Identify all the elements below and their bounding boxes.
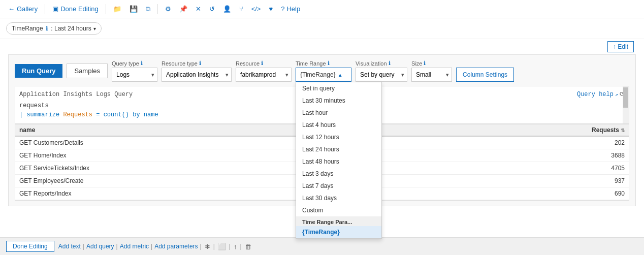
settings-button[interactable]: ⚙ [162,4,174,14]
dropdown-item-4h[interactable]: Last 4 hours [296,119,381,131]
dropdown-item-custom[interactable]: Custom [296,204,381,216]
column-settings-control: placeholder Column Settings [456,60,514,82]
column-settings-button[interactable]: Column Settings [456,68,514,82]
edit-button[interactable]: ↑ Edit [607,41,634,52]
samples-button[interactable]: Samples [67,63,108,78]
close-icon: ✕ [196,5,201,13]
toolbar-separator-2 [106,4,106,14]
cell-name-4: GET Reports/Index [19,190,564,197]
query-vertical-scrollbar[interactable] [623,86,629,123]
col-header-name[interactable]: name [19,126,564,134]
time-range-dropdown-container: {TimeRange} ▲ Set in query Last 30 minut… [296,68,351,82]
resource-type-select-wrap: Application Insights [162,68,232,82]
query-text-requests: requests [19,102,49,109]
add-metric-link[interactable]: Add metric [120,243,149,250]
dropdown-item-48h[interactable]: Last 48 hours [296,155,381,168]
time-range-dropdown-menu: Set in query Last 30 minutes Last hour L… [296,82,382,239]
size-label: Size [411,60,422,67]
done-editing-toolbar-button[interactable]: ▣ Done Editing [49,4,101,14]
user-icon: 👤 [223,5,231,13]
up-arrow-icon[interactable]: ↑ [234,243,237,250]
cell-requests-4: 690 [564,190,625,197]
dropdown-item-12h[interactable]: Last 12 hours [296,131,381,143]
toolbar: ← Gallery ▣ Done Editing 📁 💾 ⧉ ⚙ 📌 ✕ ↺ [0,0,644,18]
trash-icon[interactable]: 🗑 [245,243,251,250]
resource-info-icon: ℹ [261,60,263,67]
cell-name-1: GET Home/Index [19,152,564,159]
done-editing-button[interactable]: Done Editing [6,241,54,252]
query-type-info-icon: ℹ [141,60,143,67]
visualization-label: Visualization [356,60,387,67]
time-range-current-value: {TimeRange} [300,71,336,78]
content-section: ↑ Edit Run Query Samples Query type ℹ Lo… [0,39,644,255]
time-range-pill[interactable]: TimeRange ℹ : Last 24 hours ▾ [6,22,102,35]
help-icon: ? [281,5,284,13]
resource-type-label: Resource type [162,60,198,67]
resource-control: Resource ℹ fabrikamprod [236,60,292,82]
query-type-select[interactable]: Logs [112,68,157,82]
dropdown-item-set-in-query[interactable]: Set in query [296,82,381,94]
visualization-info-icon: ℹ [389,60,391,67]
dropdown-item-3d[interactable]: Last 3 days [296,168,381,180]
time-range-control-label: Time Range [296,60,326,67]
copy-button[interactable]: ⧉ [143,4,153,14]
resource-label: Resource [236,60,260,67]
help-label: Help [286,5,300,13]
resource-type-info-icon: ℹ [199,60,201,67]
time-range-bar: TimeRange ℹ : Last 24 hours ▾ [0,18,644,39]
cell-requests-2: 4705 [564,165,625,172]
close-x-button[interactable]: ✕ [192,4,204,14]
page-icon[interactable]: ⬜ [218,243,226,250]
dropdown-section-header: Time Range Para... [296,216,381,226]
query-title: Application Insights Logs Query [19,91,133,98]
refresh-button[interactable]: ↺ [206,4,218,14]
fork-button[interactable]: ⑂ [236,4,246,14]
resource-type-control: Resource type ℹ Application Insights [162,60,232,82]
visualization-select-wrap: Set by query [356,68,407,82]
dropdown-item-30m[interactable]: Last 30 minutes [296,94,381,107]
gallery-label: Gallery [17,5,38,13]
pin-button[interactable]: 📌 [176,4,190,14]
resource-select[interactable]: fabrikamprod [236,68,292,82]
dropdown-item-1h[interactable]: Last hour [296,107,381,119]
back-arrow-icon: ← [8,5,15,13]
help-button[interactable]: ? Help [278,4,303,14]
resource-type-select[interactable]: Application Insights [162,68,232,82]
add-text-link[interactable]: Add text [58,243,81,250]
add-query-link[interactable]: Add query [86,243,114,250]
add-parameters-link[interactable]: Add parameters [154,243,198,250]
code-button[interactable]: </> [248,4,264,14]
dropdown-item-timerange-param[interactable]: {TimeRange} [296,226,381,238]
dropdown-item-7d[interactable]: Last 7 days [296,180,381,192]
query-rest: = count() by name [92,111,158,118]
sort-icon: ⇅ [621,128,625,133]
resource-select-wrap: fabrikamprod [236,68,292,82]
back-button[interactable]: ← Gallery [5,4,41,14]
snowflake-icon[interactable]: ❄ [205,243,210,250]
query-type-label: Query type [112,60,139,67]
main-panel: Run Query Samples Query type ℹ Logs [8,54,636,206]
folder-button[interactable]: 📁 [110,4,124,14]
time-range-control-info-icon: ℹ [328,60,330,67]
query-help-link[interactable]: Query help ↗ ⟳ [577,90,625,98]
time-range-chevron-icon: ▲ [338,72,343,78]
user-button[interactable]: 👤 [220,4,234,14]
query-help-label: Query help [577,91,614,98]
copy-icon: ⧉ [146,5,150,13]
col-header-requests[interactable]: Requests ⇅ [564,126,625,134]
dropdown-item-24h[interactable]: Last 24 hours [296,143,381,155]
time-range-dropdown-button[interactable]: {TimeRange} ▲ [296,68,351,82]
cell-name-0: GET Customers/Details [19,139,564,146]
query-type-select-wrap: Logs [112,68,157,82]
save-button[interactable]: 💾 [126,4,141,14]
visualization-select[interactable]: Set by query [356,68,407,82]
dropdown-item-30d[interactable]: Last 30 days [296,192,381,204]
cell-requests-0: 202 [564,139,625,146]
settings-icon: ⚙ [165,5,171,13]
toolbar-separator-3 [157,4,158,14]
size-select[interactable]: Small [411,68,452,82]
save-icon: 💾 [130,5,138,13]
run-query-button[interactable]: Run Query [15,64,62,78]
heart-button[interactable]: ♥ [266,4,276,14]
save-small-icon: ▣ [52,5,58,13]
